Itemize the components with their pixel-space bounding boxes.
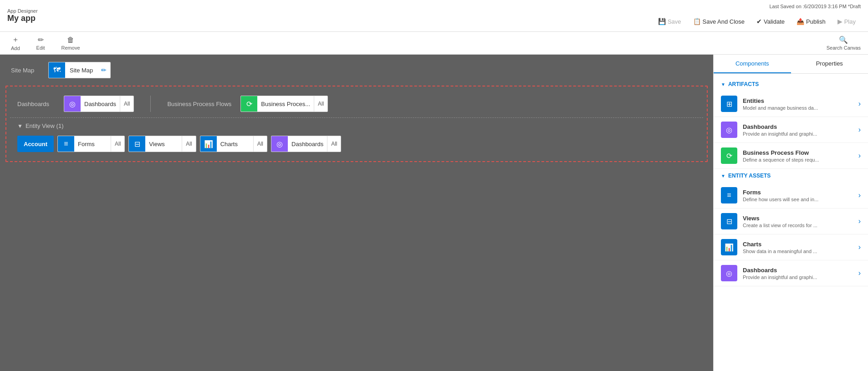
views-text: Views (145, 141, 182, 147)
forms-item-icon: ≡ (721, 187, 737, 203)
add-icon: ＋ (12, 35, 19, 45)
views-item-desc: Create a list view of records for ... (743, 223, 853, 228)
remove-icon: 🗑 (67, 36, 74, 44)
views-component[interactable]: ⊟ Views All (128, 136, 196, 152)
canvas-toolbar: ＋ Add ✏ Edit 🗑 Remove 🔍 Search Canvas (0, 32, 868, 55)
dashboards-all[interactable]: All (120, 96, 133, 112)
entities-item-desc: Model and manage business da... (743, 105, 853, 111)
forms-component[interactable]: ≡ Forms All (57, 136, 125, 152)
bpf-component-text: Business Proces... (257, 101, 314, 107)
entity-dashboards-all[interactable]: All (327, 136, 341, 152)
dashboards-item-text: Dashboards Provide an insightful and gra… (743, 123, 853, 137)
bpf-arrow-icon: › (858, 152, 861, 160)
site-map-box[interactable]: 🗺 Site Map ✏ (48, 62, 111, 78)
charts-item-desc: Show data in a meaningful and ... (743, 249, 853, 254)
forms-item-desc: Define how users will see and in... (743, 197, 853, 202)
save-button[interactable]: 💾 Save (653, 15, 686, 28)
edit-tool[interactable]: ✏ Edit (33, 34, 49, 52)
bpf-label: Business Process Flows (167, 101, 231, 107)
dashboards-component[interactable]: ◎ Dashboards All (64, 96, 134, 112)
play-icon: ▶ (837, 18, 842, 25)
views-item-icon: ⊟ (721, 213, 737, 229)
entity-dashboards-item-icon: ◎ (721, 265, 737, 281)
charts-item[interactable]: 📊 Charts Show data in a meaningful and .… (714, 234, 868, 260)
remove-tool[interactable]: 🗑 Remove (58, 34, 84, 52)
charts-item-text: Charts Show data in a meaningful and ... (743, 241, 853, 254)
site-map-row: Site Map 🗺 Site Map ✏ (0, 55, 713, 86)
entity-assets-chevron-icon[interactable]: ▼ (721, 173, 725, 178)
bpf-all[interactable]: All (314, 96, 327, 112)
dashboards-item-desc: Provide an insightful and graphi... (743, 131, 853, 137)
dashboards-row: Dashboards ◎ Dashboards All Business Pro… (10, 90, 703, 118)
play-button[interactable]: ▶ Play (832, 15, 861, 28)
entity-dashboards-component[interactable]: ◎ Dashboards All (271, 136, 341, 152)
entity-dashboards-arrow-icon: › (858, 269, 861, 277)
charts-component[interactable]: 📊 Charts All (200, 136, 267, 152)
entity-dashboards-text: Dashboards (288, 141, 327, 147)
publish-button[interactable]: 📤 Publish (791, 15, 831, 28)
app-info: App Designer My app (7, 0, 38, 31)
bpf-component[interactable]: ⟳ Business Proces... All (240, 96, 328, 112)
add-tool[interactable]: ＋ Add (7, 33, 24, 53)
forms-all[interactable]: All (111, 136, 124, 152)
validate-icon: ✔ (756, 18, 762, 25)
publish-icon: 📤 (797, 18, 804, 25)
site-map-label: Site Map (11, 67, 43, 74)
charts-all[interactable]: All (253, 136, 267, 152)
entity-dashboards-item-desc: Provide an insightful and graphi... (743, 274, 853, 280)
entities-item-text: Entities Model and manage business da... (743, 97, 853, 111)
tab-components[interactable]: Components (714, 55, 791, 73)
charts-item-title: Charts (743, 241, 853, 248)
dashboards-item-title: Dashboards (743, 123, 853, 130)
views-item-text: Views Create a list view of records for … (743, 215, 853, 228)
charts-text: Charts (217, 141, 253, 147)
panel-content: ▼ ARTIFACTS ⊞ Entities Model and manage … (714, 74, 868, 371)
right-panel: Components Properties ▼ ARTIFACTS ⊞ Enti… (713, 55, 868, 371)
bpf-item-icon: ⟳ (721, 147, 737, 164)
site-map-edit-icon[interactable]: ✏ (97, 66, 110, 74)
entities-item-icon: ⊞ (721, 96, 737, 112)
charts-arrow-icon: › (858, 243, 861, 251)
top-bar-right: Last Saved on :6/20/2019 3:16 PM *Draft … (646, 0, 868, 31)
selection-box: Dashboards ◎ Dashboards All Business Pro… (5, 86, 708, 162)
site-map-icon: 🗺 (49, 62, 65, 78)
search-canvas-tool[interactable]: 🔍 Search Canvas (827, 36, 861, 51)
charts-item-icon: 📊 (721, 239, 737, 255)
views-item[interactable]: ⊟ Views Create a list view of records fo… (714, 208, 868, 234)
bpf-item-title: Business Process Flow (743, 149, 853, 156)
entities-item-title: Entities (743, 97, 853, 104)
dashboards-arrow-icon: › (858, 126, 861, 134)
entity-dashboards-item-text: Dashboards Provide an insightful and gra… (743, 267, 853, 280)
canvas-area[interactable]: Site Map 🗺 Site Map ✏ Dashboards ◎ Dashb… (0, 55, 713, 371)
app-name: My app (7, 14, 38, 23)
site-map-text: Site Map (65, 67, 97, 74)
main-layout: Site Map 🗺 Site Map ✏ Dashboards ◎ Dashb… (0, 55, 868, 371)
save-close-button[interactable]: 📋 Save And Close (688, 15, 750, 28)
dashboards-item[interactable]: ◎ Dashboards Provide an insightful and g… (714, 117, 868, 143)
last-saved: Last Saved on :6/20/2019 3:16 PM *Draft (769, 4, 861, 9)
validate-button[interactable]: ✔ Validate (751, 15, 790, 28)
top-bar: App Designer My app Last Saved on :6/20/… (0, 0, 868, 32)
views-arrow-icon: › (858, 217, 861, 225)
entity-view-label: Entity View (1) (26, 122, 64, 129)
artifacts-section-header: ▼ ARTIFACTS (714, 77, 868, 91)
entity-chevron-icon[interactable]: ▼ (17, 123, 23, 129)
dashboards-label: Dashboards (17, 101, 58, 107)
forms-icon: ≡ (58, 136, 74, 152)
entity-dashboards-icon: ◎ (271, 136, 288, 152)
bpf-item[interactable]: ⟳ Business Process Flow Define a sequenc… (714, 143, 868, 169)
account-button[interactable]: Account (17, 136, 54, 152)
forms-item-title: Forms (743, 189, 853, 196)
edit-icon: ✏ (38, 36, 44, 44)
charts-icon: 📊 (200, 136, 217, 152)
forms-item[interactable]: ≡ Forms Define how users will see and in… (714, 183, 868, 208)
entities-item[interactable]: ⊞ Entities Model and manage business da.… (714, 91, 868, 117)
tab-properties[interactable]: Properties (791, 55, 868, 73)
entity-assets-row: Account ≡ Forms All ⊟ Views All 📊 Charts… (10, 132, 703, 158)
entities-arrow-icon: › (858, 100, 861, 108)
entity-dashboards-item[interactable]: ◎ Dashboards Provide an insightful and g… (714, 260, 868, 286)
artifacts-chevron-icon[interactable]: ▼ (721, 82, 725, 87)
views-icon: ⊟ (129, 136, 145, 152)
views-all[interactable]: All (182, 136, 195, 152)
entity-assets-section-header: ▼ ENTITY ASSETS (714, 169, 868, 183)
